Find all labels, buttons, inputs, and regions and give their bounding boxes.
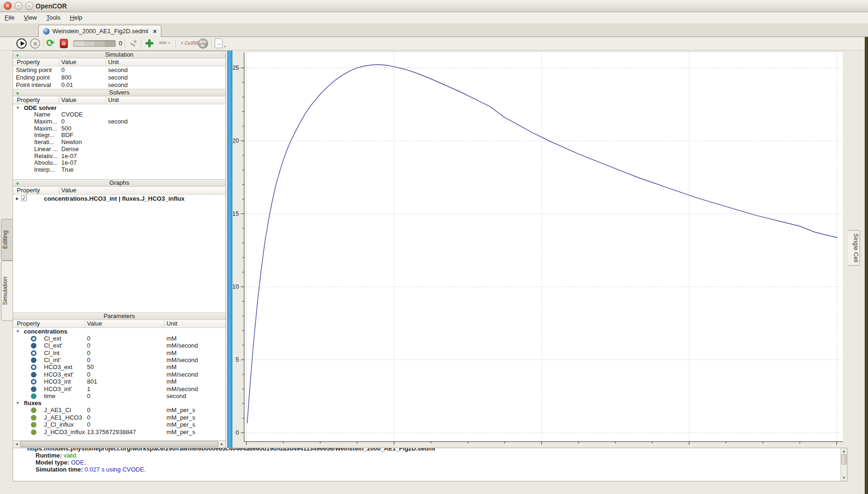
section-header-solvers[interactable]: ▼Solvers xyxy=(13,89,225,96)
column-unit[interactable]: Unit xyxy=(164,320,177,328)
parameter-value[interactable]: 0 xyxy=(87,414,90,421)
stop-button[interactable] xyxy=(30,38,40,49)
property-value[interactable]: 0 xyxy=(61,118,65,125)
parameter-value[interactable]: 50 xyxy=(87,363,94,370)
table-row[interactable]: Iterati...Newton xyxy=(13,139,225,146)
mode-tab-simulation[interactable]: Simulation xyxy=(1,261,13,321)
menu-tools[interactable]: Tools xyxy=(42,12,65,22)
table-row[interactable]: Cl_int0mM xyxy=(13,349,225,356)
property-value[interactable]: 0 xyxy=(61,66,65,74)
property-value[interactable]: CVODE xyxy=(61,111,83,118)
run-pause-button[interactable] xyxy=(16,38,27,49)
parameter-value[interactable]: 801 xyxy=(87,378,97,385)
column-value[interactable]: Value xyxy=(59,58,76,66)
graph-checkbox[interactable]: ✓ xyxy=(21,196,27,201)
parameter-value[interactable]: 0 xyxy=(87,349,90,356)
property-value[interactable]: 800 xyxy=(61,74,72,81)
column-value[interactable]: Value xyxy=(85,320,102,328)
menu-file[interactable]: File xyxy=(0,12,19,22)
section-header-parameters[interactable]: Parameters xyxy=(13,312,225,320)
parameter-name[interactable]: time xyxy=(44,392,56,400)
parameter-value[interactable]: 0 xyxy=(87,335,90,342)
column-unit[interactable]: Unit xyxy=(106,58,119,66)
tab-close-icon[interactable]: × xyxy=(153,28,157,35)
scrollbar-thumb[interactable] xyxy=(20,441,218,447)
property-value[interactable]: Newton xyxy=(61,139,82,146)
menu-help[interactable]: Help xyxy=(65,12,87,22)
parameter-value[interactable]: 1 xyxy=(87,385,90,392)
parameter-name[interactable]: Cl_int xyxy=(44,349,59,356)
column-value[interactable]: Value xyxy=(59,187,76,195)
table-row[interactable]: Absolu...1e-07 xyxy=(13,160,225,167)
parameter-name[interactable]: Cl_ext xyxy=(44,335,61,342)
table-row[interactable]: J_AE1_Cl0mM_per_s xyxy=(13,407,225,414)
parameter-value[interactable]: 0 xyxy=(87,356,90,363)
model-url[interactable]: https://models.physiomeproject.org/works… xyxy=(27,448,839,452)
column-property[interactable]: Property xyxy=(15,320,40,328)
column-property[interactable]: Property xyxy=(15,58,40,66)
expand-arrow-icon[interactable]: ▼ xyxy=(16,104,20,111)
table-row[interactable]: ▶✓concentrations.HCO3_int | fluxes.J_HCO… xyxy=(13,195,225,203)
scroll-right-icon[interactable]: ► xyxy=(218,441,225,448)
simulation-data-export-button[interactable]: → xyxy=(215,38,223,48)
tab-weinstein-sedml[interactable]: Weinstein_2000_AE1_Fig2D.sedml × xyxy=(38,25,161,37)
table-row[interactable]: HCO3_ext50mM xyxy=(13,363,225,370)
table-row[interactable]: HCO3_int801mM xyxy=(13,378,225,385)
table-row[interactable]: Cl_int'0mM/second xyxy=(13,356,225,363)
expand-arrow-icon[interactable]: ▶ xyxy=(16,195,19,203)
table-row[interactable]: J_HCO3_influx13.375672938847mM_per_s xyxy=(13,429,225,436)
column-value[interactable]: Value xyxy=(59,96,76,104)
window-maximize-button[interactable]: □ xyxy=(25,2,33,10)
plot-area[interactable] xyxy=(244,52,843,442)
sedml-export-button[interactable]: SED ML xyxy=(198,38,208,49)
table-row[interactable]: Maxim...500 xyxy=(13,125,225,132)
parameter-name[interactable]: Cl_ext' xyxy=(44,342,62,349)
column-unit[interactable]: Unit xyxy=(106,96,119,104)
parameter-name[interactable]: HCO3_int' xyxy=(44,385,72,392)
property-value[interactable]: BDF xyxy=(61,132,73,139)
property-value[interactable]: 500 xyxy=(61,125,72,132)
property-value[interactable]: Dense xyxy=(61,146,79,153)
table-row[interactable]: Ending point800second xyxy=(13,74,225,81)
scrollbar-thumb[interactable] xyxy=(841,454,846,465)
table-row[interactable]: Interp...True xyxy=(13,167,225,174)
table-row[interactable]: Cl_ext0mM xyxy=(13,335,225,342)
table-row[interactable]: Linear ...Dense xyxy=(13,146,225,153)
property-value[interactable]: 1e-07 xyxy=(61,160,77,167)
cellml-export-button[interactable]: ✗CellML xyxy=(180,41,200,46)
window-minimize-button[interactable]: − xyxy=(14,2,22,10)
mode-tab-editing[interactable]: Editing xyxy=(1,219,13,261)
parameter-value[interactable]: 0 xyxy=(87,371,90,378)
delay-slider[interactable] xyxy=(73,40,116,47)
section-header-graphs[interactable]: ▼Graphs xyxy=(13,179,225,187)
chevron-down-icon[interactable]: ▾ xyxy=(224,44,226,49)
property-value[interactable]: 0.01 xyxy=(61,81,73,89)
parameter-name[interactable]: J_AE1_HCO3 xyxy=(44,414,82,421)
graph-label[interactable]: concentrations.HCO3_int | fluxes.J_HCO3_… xyxy=(44,195,185,203)
scroll-left-icon[interactable]: ◄ xyxy=(13,441,20,448)
expand-arrow-icon[interactable]: ▼ xyxy=(16,400,20,407)
table-row[interactable]: HCO3_ext'0mM/second xyxy=(13,371,225,378)
add-graph-panel-button[interactable] xyxy=(145,39,154,48)
scroll-down-icon[interactable]: ▼ xyxy=(841,475,847,481)
parameter-name[interactable]: J_Cl_influx xyxy=(44,421,74,428)
parameter-value[interactable]: 0 xyxy=(87,421,90,428)
status-scrollbar[interactable]: ▲ ▼ xyxy=(840,448,847,481)
parameter-value[interactable]: 0 xyxy=(87,392,90,400)
table-row[interactable]: Integr...BDF xyxy=(13,132,225,139)
collapse-arrow-icon[interactable]: ▼ xyxy=(15,181,20,187)
parameter-name[interactable]: HCO3_ext' xyxy=(44,371,73,378)
expand-arrow-icon[interactable]: ▼ xyxy=(16,328,20,335)
parameter-value[interactable]: 13.375672938847 xyxy=(87,429,136,436)
table-row[interactable]: ▼ODE solver xyxy=(13,104,225,111)
parameter-name[interactable]: J_HCO3_influx xyxy=(44,429,85,436)
section-header-simulation[interactable]: ▼Simulation xyxy=(13,51,225,58)
scroll-up-icon[interactable]: ▲ xyxy=(841,448,847,454)
parameter-value[interactable]: 0 xyxy=(87,342,90,349)
parameter-name[interactable]: Cl_int' xyxy=(44,356,61,363)
table-row[interactable]: Point interval0.01second xyxy=(13,81,225,89)
table-row[interactable]: Starting point0second xyxy=(13,66,225,74)
table-row[interactable]: J_Cl_influx0mM_per_s xyxy=(13,421,225,428)
reset-parameters-button[interactable]: ⟳ xyxy=(46,38,55,48)
column-property[interactable]: Property xyxy=(15,187,40,195)
